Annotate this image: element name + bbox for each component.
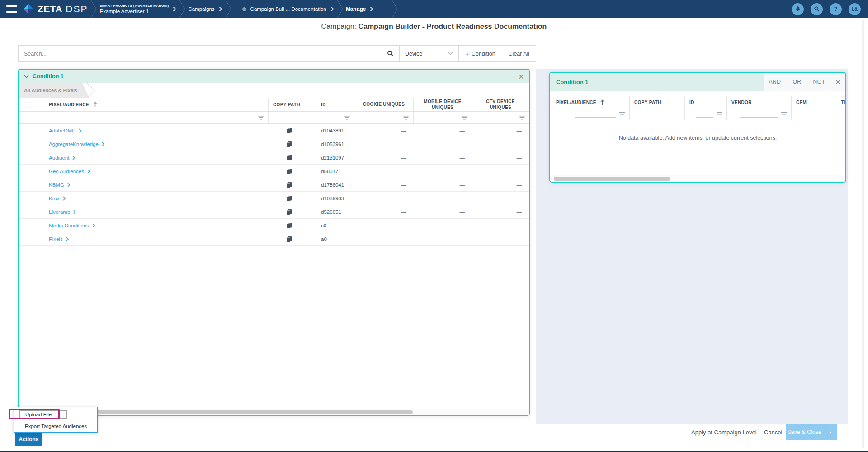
audience-link[interactable]: Geo Audiences: [49, 169, 84, 174]
filter-icon[interactable]: [258, 116, 264, 120]
copy-path-icon[interactable]: [286, 168, 292, 174]
chevron-right-icon[interactable]: [79, 128, 81, 133]
global-search-button[interactable]: [811, 3, 823, 15]
column-id[interactable]: ID: [685, 96, 727, 108]
sort-ascending-icon[interactable]: [600, 99, 605, 105]
table-row[interactable]: Geo Audiences d580171 — — —: [19, 165, 529, 178]
chevron-right-icon[interactable]: [73, 210, 76, 214]
table-row[interactable]: AdobeDMP d1043891 — — —: [19, 124, 529, 137]
filter-input[interactable]: [424, 114, 458, 121]
save-close-button[interactable]: Save & Close: [786, 424, 823, 440]
chevron-right-icon[interactable]: [173, 6, 176, 12]
chevron-right-icon[interactable]: [102, 142, 104, 146]
menu-item-upload-file[interactable]: Upload File: [19, 410, 67, 419]
filter-input[interactable]: [217, 114, 255, 121]
page-scrollbar-track[interactable]: [862, 20, 864, 448]
breadcrumb-campaign[interactable]: Campaign Buil ... Documentation: [242, 6, 334, 12]
not-button[interactable]: NOT: [808, 73, 830, 91]
copy-path-icon[interactable]: [286, 155, 292, 161]
column-copy-path[interactable]: COPY PATH: [630, 96, 685, 108]
table-row[interactable]: Audigent d2131097 — — —: [19, 151, 529, 165]
filter-icon[interactable]: [619, 112, 625, 116]
audience-link[interactable]: KBMG: [49, 182, 64, 188]
audience-link[interactable]: Pixels: [49, 236, 63, 242]
chevron-right-icon[interactable]: [330, 6, 334, 12]
column-vendor[interactable]: VENDOR: [727, 96, 792, 108]
filter-input[interactable]: [696, 111, 713, 118]
help-button[interactable]: ?: [830, 3, 842, 15]
filter-icon[interactable]: [519, 116, 525, 120]
add-condition-button[interactable]: + Condition: [458, 45, 502, 62]
copy-path-icon[interactable]: [286, 209, 292, 215]
hamburger-menu-icon[interactable]: [6, 5, 17, 13]
filter-input[interactable]: [483, 114, 516, 121]
menu-item-export-targeted-audiences[interactable]: Export Targeted Audiences: [25, 424, 87, 429]
close-condition-icon[interactable]: ✕: [835, 79, 841, 85]
copy-path-icon[interactable]: [286, 195, 292, 202]
copy-path-icon[interactable]: [286, 127, 292, 134]
audience-link[interactable]: Audigent: [49, 155, 69, 160]
chevron-right-icon[interactable]: [66, 237, 69, 241]
copy-path-icon[interactable]: [286, 236, 292, 242]
audience-link[interactable]: Media Conditions: [49, 223, 89, 228]
chevron-right-icon[interactable]: [92, 223, 95, 228]
breadcrumb-manage[interactable]: Manage: [346, 6, 374, 12]
close-condition-icon[interactable]: ✕: [518, 73, 524, 80]
filter-icon[interactable]: [403, 116, 409, 120]
filter-icon[interactable]: [717, 112, 722, 116]
notifications-button[interactable]: [792, 3, 804, 15]
table-row[interactable]: Liveramp d526651 — — —: [19, 205, 529, 219]
column-cookie-uniques[interactable]: COOKIE UNIQUES: [354, 98, 414, 111]
apply-at-campaign-level-link[interactable]: Apply at Campaign Level: [691, 429, 757, 436]
filter-input[interactable]: [575, 111, 616, 118]
filter-icon[interactable]: [344, 116, 350, 120]
audience-link[interactable]: AdobeDMP: [49, 128, 75, 133]
audience-link[interactable]: AggregateKnowledge: [49, 141, 99, 147]
chevron-right-icon[interactable]: [219, 6, 222, 12]
chevron-right-icon[interactable]: [370, 6, 373, 12]
chevron-right-icon[interactable]: [87, 169, 90, 174]
search-icon[interactable]: [387, 50, 394, 57]
save-options-caret-button[interactable]: ▲: [823, 424, 837, 440]
user-avatar[interactable]: L&: [849, 3, 861, 15]
clear-all-button[interactable]: Clear All: [502, 45, 537, 62]
chevron-right-icon[interactable]: [67, 183, 70, 187]
select-all-checkbox[interactable]: [24, 102, 30, 108]
table-row[interactable]: Media Conditions c0 — — —: [19, 219, 529, 232]
filter-icon[interactable]: [781, 112, 787, 116]
chevron-right-icon[interactable]: [72, 155, 75, 160]
table-row[interactable]: Pixels a0 — — —: [19, 232, 529, 246]
copy-path-icon[interactable]: [286, 222, 292, 229]
table-row[interactable]: AggregateKnowledge d1053961 — — —: [19, 137, 529, 151]
zeta-logo[interactable]: ZETADSP: [23, 3, 88, 15]
column-ctv-device-uniques[interactable]: CTV DEVICE UNIQUES: [472, 98, 529, 111]
chevron-right-icon[interactable]: [63, 196, 66, 201]
filter-input[interactable]: [319, 114, 341, 121]
collapse-chevron-icon[interactable]: [24, 75, 29, 78]
column-mobile-device-uniques[interactable]: MOBILE DEVICE UNIQUES: [414, 98, 472, 111]
sort-ascending-icon[interactable]: [93, 102, 98, 108]
breadcrumb-advertiser[interactable]: SMART PROJECTS (VARIABLE MARGIN) Example…: [99, 4, 176, 14]
or-button[interactable]: OR: [786, 73, 808, 91]
table-row[interactable]: Krux d1039903 — — —: [19, 192, 529, 205]
scrollbar-thumb[interactable]: [554, 177, 670, 181]
column-cpm[interactable]: CPM: [792, 96, 837, 108]
tab-all-audiences-pixels[interactable]: All Audiences & Pixels: [19, 83, 90, 98]
device-filter-select[interactable]: Device: [399, 45, 459, 62]
filter-icon[interactable]: [462, 116, 467, 120]
filter-input[interactable]: [740, 111, 778, 118]
and-button[interactable]: AND: [764, 73, 786, 91]
column-tim[interactable]: TIM: [837, 96, 845, 108]
table-row[interactable]: KBMG d1786041 — — —: [19, 178, 529, 192]
breadcrumb-campaigns[interactable]: Campaigns: [188, 6, 222, 12]
search-input[interactable]: [24, 51, 387, 57]
cancel-link[interactable]: Cancel: [764, 429, 782, 436]
copy-path-icon[interactable]: [286, 182, 292, 188]
copy-path-icon[interactable]: [286, 141, 292, 147]
column-copy-path[interactable]: COPY PATH: [269, 98, 309, 111]
column-id[interactable]: ID: [309, 98, 354, 111]
column-pixel-audience[interactable]: PIXEL/AUDIENCE: [36, 98, 269, 111]
actions-button[interactable]: Actions: [15, 433, 42, 446]
audience-link[interactable]: Liveramp: [49, 209, 70, 215]
column-pixel-audience[interactable]: PIXEL/AUDIENCE: [550, 96, 630, 108]
